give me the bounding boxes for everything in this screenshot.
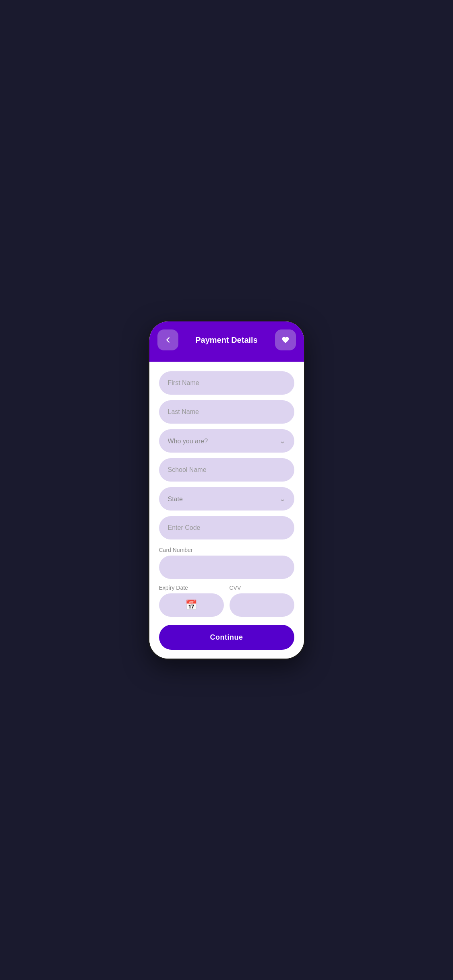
enter-code-group bbox=[159, 516, 294, 539]
calendar-icon: 📅 bbox=[185, 599, 197, 611]
cvv-label: CVV bbox=[230, 585, 294, 591]
enter-code-input[interactable] bbox=[159, 516, 294, 539]
phone-frame: Payment Details Who you are? Student Tea… bbox=[148, 320, 305, 660]
cvv-section: CVV bbox=[230, 585, 294, 617]
who-you-are-group: Who you are? Student Teacher Parent Othe… bbox=[159, 429, 294, 453]
first-name-input[interactable] bbox=[159, 371, 294, 395]
school-name-group bbox=[159, 458, 294, 482]
last-name-group bbox=[159, 400, 294, 424]
expiry-section: Expiry Date 📅 bbox=[159, 585, 224, 617]
page-title: Payment Details bbox=[195, 336, 258, 345]
favorite-button[interactable] bbox=[275, 329, 296, 350]
state-group: State Alabama Alaska Arizona California … bbox=[159, 487, 294, 511]
continue-button[interactable]: Continue bbox=[159, 625, 294, 650]
who-you-are-select[interactable]: Who you are? Student Teacher Parent Othe… bbox=[159, 429, 294, 453]
card-number-input[interactable] bbox=[159, 556, 294, 579]
back-button[interactable] bbox=[157, 329, 178, 350]
header: Payment Details bbox=[149, 321, 304, 362]
who-you-are-wrapper: Who you are? Student Teacher Parent Othe… bbox=[159, 429, 294, 453]
expiry-cvv-row: Expiry Date 📅 CVV bbox=[159, 585, 294, 617]
state-wrapper: State Alabama Alaska Arizona California … bbox=[159, 487, 294, 511]
state-select[interactable]: State Alabama Alaska Arizona California … bbox=[159, 487, 294, 511]
card-number-label: Card Number bbox=[159, 547, 294, 553]
form-content: Who you are? Student Teacher Parent Othe… bbox=[149, 362, 304, 659]
card-section: Card Number bbox=[159, 547, 294, 579]
last-name-input[interactable] bbox=[159, 400, 294, 424]
expiry-label: Expiry Date bbox=[159, 585, 224, 591]
school-name-input[interactable] bbox=[159, 458, 294, 482]
expiry-input[interactable]: 📅 bbox=[159, 593, 224, 617]
first-name-group bbox=[159, 371, 294, 395]
cvv-input[interactable] bbox=[230, 593, 294, 617]
